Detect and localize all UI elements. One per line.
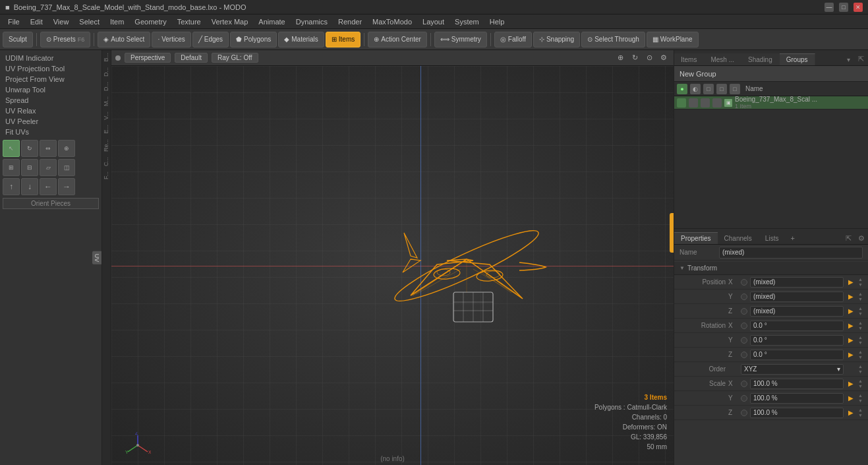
strip-e[interactable]: E... <box>102 122 111 137</box>
rot-z-arrow[interactable]: ▶ <box>846 351 855 358</box>
menu-help[interactable]: Help <box>484 16 510 27</box>
rot-y-arrow[interactable]: ▶ <box>846 336 855 344</box>
strip-d2[interactable]: D... <box>102 79 111 94</box>
menu-dynamics[interactable]: Dynamics <box>291 16 333 27</box>
scale-y-circle[interactable] <box>741 395 747 402</box>
ptab-gear-icon[interactable]: ⚙ <box>855 233 868 244</box>
eye-icon[interactable]: ● <box>677 84 687 94</box>
pos-y-down[interactable]: ▼ <box>858 297 863 301</box>
rot-x-up[interactable]: ▲ <box>858 321 863 325</box>
pos-y-arrow[interactable]: ▶ <box>846 293 855 300</box>
tab-items[interactable]: Items <box>674 53 704 65</box>
rot-z-up[interactable]: ▲ <box>858 350 863 354</box>
menu-system[interactable]: System <box>449 16 484 27</box>
viewport-move-icon[interactable]: ⊕ <box>614 52 626 64</box>
pos-y-circle[interactable] <box>741 294 747 300</box>
name-value[interactable]: (mixed) <box>719 247 863 259</box>
menu-select[interactable]: Select <box>74 16 105 27</box>
pos-x-field[interactable]: (mixed) <box>750 277 844 288</box>
tool-uv-relax[interactable]: UV Relax <box>3 106 99 116</box>
falloff-button[interactable]: ◎ Falloff <box>494 32 532 47</box>
tool-unwrap[interactable]: Unwrap Tool <box>3 84 99 95</box>
menu-animate[interactable]: Animate <box>253 16 290 27</box>
ray-gl-btn[interactable]: Ray GL: Off <box>212 53 258 63</box>
auto-select-button[interactable]: ◈ Auto Select <box>98 32 150 47</box>
pos-z-circle[interactable] <box>741 308 747 315</box>
scale-x-field[interactable]: 100.0 % <box>750 379 844 389</box>
uv-badge[interactable]: UV <box>92 251 101 264</box>
arrow-down-btn[interactable]: ↓ <box>21 178 38 195</box>
perspective-btn[interactable]: Perspective <box>125 53 171 63</box>
arrow-left-btn[interactable]: ← <box>40 178 57 195</box>
item-render-toggle[interactable] <box>689 98 698 108</box>
ptab-expand-icon[interactable]: ⇱ <box>842 233 855 244</box>
pos-x-circle[interactable] <box>741 279 747 286</box>
ptab-channels[interactable]: Channels <box>718 233 759 244</box>
viewport-camera-icon[interactable]: ⊙ <box>643 52 655 64</box>
tool-shape-icon[interactable]: ◫ <box>58 159 75 176</box>
menu-maxtomodo[interactable]: MaxToModo <box>367 16 417 27</box>
tool-rotate-icon[interactable]: ↻ <box>21 140 38 157</box>
close-button[interactable]: ✕ <box>854 3 863 12</box>
minimize-button[interactable]: — <box>825 3 834 12</box>
menu-render[interactable]: Render <box>333 16 367 27</box>
viewport-canvas[interactable]: 3 Items Polygons : Catmull-Clark Channel… <box>111 66 674 465</box>
rot-z-field[interactable]: 0.0 ° <box>750 350 844 360</box>
rot-x-arrow[interactable]: ▶ <box>846 322 855 329</box>
edges-button[interactable]: ╱ Edges <box>192 32 229 47</box>
item-eye-toggle[interactable] <box>677 98 686 108</box>
orient-pieces-btn[interactable]: Orient Pieces <box>3 198 99 209</box>
tab-shading[interactable]: Shading <box>741 53 780 65</box>
tabs-expand[interactable]: ⇱ <box>854 53 868 65</box>
ptab-add[interactable]: + <box>785 232 799 244</box>
polygons-button[interactable]: ⬟ Polygons <box>230 32 277 47</box>
strip-b[interactable]: B... <box>102 50 111 65</box>
pos-x-arrow[interactable]: ▶ <box>846 278 855 286</box>
menu-geometry[interactable]: Geometry <box>129 16 171 27</box>
tool-uv-projection[interactable]: UV Projection Tool <box>3 63 99 74</box>
menu-edit[interactable]: Edit <box>25 16 48 27</box>
snapping-button[interactable]: ⊹ Snapping <box>533 32 580 47</box>
action-center-button[interactable]: ⊕ Action Center <box>368 32 427 47</box>
strip-m[interactable]: M... <box>102 94 111 109</box>
scale-x-arrow[interactable]: ▶ <box>846 380 855 387</box>
strip-c[interactable]: C... <box>102 154 111 169</box>
pos-z-down[interactable]: ▼ <box>858 311 863 316</box>
scale-z-arrow[interactable]: ▶ <box>846 409 855 416</box>
scale-z-circle[interactable] <box>741 410 747 416</box>
viewport-settings-icon[interactable]: ⚙ <box>658 52 670 64</box>
tool-scale-icon[interactable]: ⇔ <box>40 140 57 157</box>
order-dropdown[interactable]: XYZ ▾ <box>741 364 844 375</box>
render-icon[interactable]: ◐ <box>690 84 701 94</box>
order-down[interactable]: ▼ <box>858 369 863 374</box>
menu-vertexmap[interactable]: Vertex Map <box>206 16 254 27</box>
arrow-up-btn[interactable]: ↑ <box>3 178 20 195</box>
tabs-arrow[interactable]: ▾ <box>843 54 854 65</box>
scale-y-arrow[interactable]: ▶ <box>846 394 855 402</box>
rot-y-field[interactable]: 0.0 ° <box>750 335 844 346</box>
viewport-area[interactable]: Perspective Default Ray GL: Off ⊕ ↻ ⊙ ⚙ <box>111 50 674 465</box>
tab-mesh[interactable]: Mesh ... <box>704 53 741 65</box>
arrow-right-btn[interactable]: → <box>58 178 75 195</box>
rot-z-circle[interactable] <box>741 352 747 358</box>
tool-uv-peeler[interactable]: UV Peeler <box>3 116 99 127</box>
tool-spread[interactable]: Spread <box>3 95 99 106</box>
strip-f[interactable]: F... <box>102 169 111 182</box>
menu-view[interactable]: View <box>48 16 74 27</box>
tool-project-from-view[interactable]: Project From View <box>3 74 99 84</box>
pos-z-arrow[interactable]: ▶ <box>846 307 855 315</box>
pos-z-field[interactable]: (mixed) <box>750 306 844 317</box>
new-group-button[interactable]: New Group <box>674 66 868 82</box>
visibility-icon[interactable]: □ <box>716 84 727 94</box>
ptab-properties[interactable]: Properties <box>674 232 718 244</box>
tool-mesh-icon[interactable]: ⊟ <box>21 159 38 176</box>
order-up[interactable]: ▲ <box>858 364 863 369</box>
item-vis-toggle[interactable] <box>712 98 722 108</box>
pos-x-down[interactable]: ▼ <box>858 282 863 287</box>
pos-y-up[interactable]: ▲ <box>858 292 863 296</box>
scale-z-up[interactable]: ▲ <box>858 408 863 412</box>
tool-move-icon[interactable]: ↖ <box>3 140 20 157</box>
extra-icon[interactable]: □ <box>730 84 740 94</box>
lock-icon[interactable]: □ <box>703 84 714 94</box>
strip-d1[interactable]: D... <box>102 65 111 79</box>
